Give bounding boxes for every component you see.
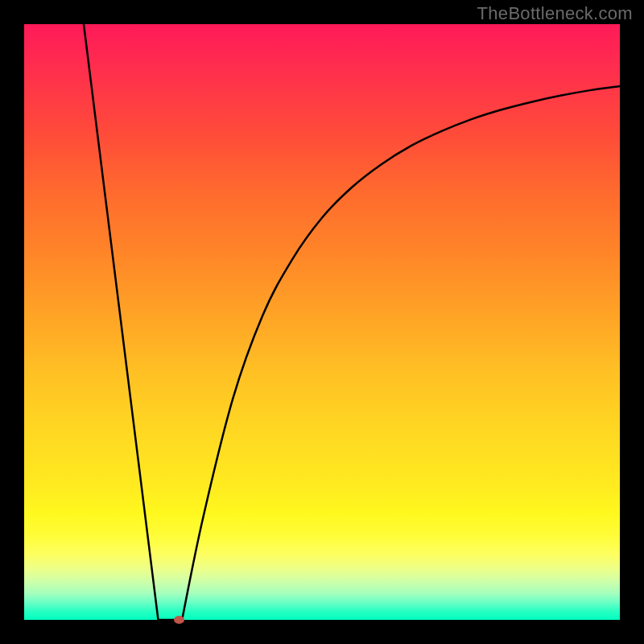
optimal-point-marker — [174, 616, 184, 624]
watermark-text: TheBottleneck.com — [477, 3, 633, 24]
bottleneck-curve — [84, 24, 620, 628]
chart-container: TheBottleneck.com — [0, 0, 644, 644]
plot-area — [24, 24, 620, 620]
chart-svg — [24, 24, 620, 620]
